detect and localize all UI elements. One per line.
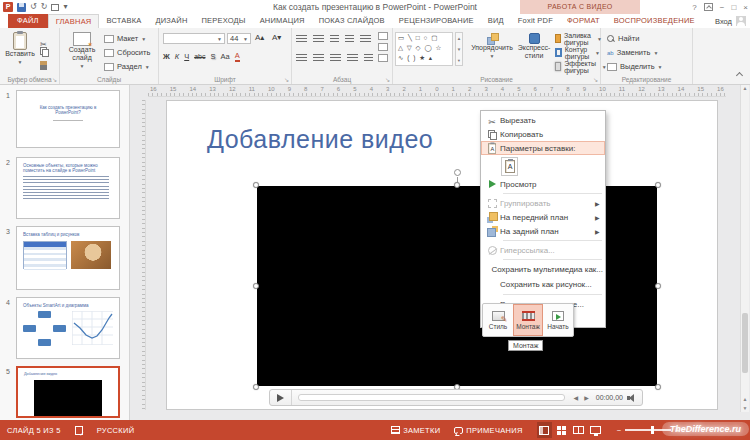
copy-button[interactable]	[40, 47, 48, 56]
menu-item-preview[interactable]: Просмотр	[481, 177, 605, 191]
tab-insert[interactable]: ВСТАВКА	[99, 14, 148, 28]
replace-button[interactable]: ab Заменить▼	[607, 46, 658, 59]
close-icon[interactable]: ×	[743, 3, 748, 12]
shape-effects-button[interactable]: Эффекты фигуры▼	[555, 60, 607, 73]
increase-indent-icon[interactable]	[345, 35, 354, 44]
tab-animation[interactable]: АНИМАЦИЯ	[253, 14, 312, 28]
dialog-launcher-icon[interactable]: ↘	[284, 76, 289, 83]
font-size-combo[interactable]: 44▼	[227, 33, 251, 44]
collapse-ribbon-icon[interactable]	[736, 72, 743, 79]
slideshow-view-button[interactable]	[588, 422, 603, 438]
progress-bar[interactable]	[298, 394, 565, 401]
bold-button[interactable]: Ж	[163, 52, 170, 61]
underline-button[interactable]: Ч	[184, 52, 189, 61]
slide-counter[interactable]: СЛАЙД 5 ИЗ 5	[0, 420, 68, 440]
align-center-icon[interactable]	[313, 54, 324, 63]
decrease-indent-icon[interactable]	[330, 35, 339, 44]
slide-title[interactable]: Добавление видео	[207, 125, 433, 154]
scroll-up-icon[interactable]: ▲	[741, 85, 749, 91]
resize-handle-sw[interactable]	[253, 384, 259, 390]
convert-to-smartart-icon[interactable]	[378, 54, 388, 62]
decrease-font-icon[interactable]: А▾	[271, 33, 282, 42]
redo-icon[interactable]: ↻	[41, 2, 48, 12]
strikethrough-button[interactable]: abc	[194, 53, 205, 60]
minimize-icon[interactable]: −	[720, 3, 725, 12]
undo-icon[interactable]: ↺	[30, 2, 37, 12]
horizontal-ruler[interactable]: 1615141312111098765432101234567891011121…	[148, 85, 726, 97]
ribbon-display-options-icon[interactable]	[704, 3, 713, 11]
paste-keep-text-button[interactable]	[501, 157, 518, 176]
help-icon[interactable]: ?	[692, 3, 696, 12]
video-style-button[interactable]: Стиль	[483, 304, 513, 336]
section-button[interactable]: Раздел▼	[104, 60, 150, 73]
move-forward-frame-icon[interactable]: ▶	[581, 394, 592, 401]
powerpoint-app-icon[interactable]: P	[3, 2, 13, 12]
select-button[interactable]: Выделить▼	[607, 60, 663, 73]
tab-foxit-pdf[interactable]: Foxit PDF	[511, 14, 560, 28]
thumbnail-slide-1[interactable]: Как создать презентацию в PowerPoint?	[16, 90, 120, 148]
next-slide-icon[interactable]: ▼	[741, 405, 749, 411]
align-right-icon[interactable]	[330, 54, 341, 63]
line-spacing-icon[interactable]	[360, 35, 371, 44]
resize-handle-w[interactable]	[253, 283, 259, 289]
columns-icon[interactable]	[364, 54, 373, 63]
shape-outline-button[interactable]: Контур фигуры▼	[555, 46, 600, 59]
vertical-scrollbar[interactable]: ▲ ▲ ▼	[740, 85, 749, 412]
resize-handle-ne[interactable]	[655, 182, 661, 188]
tab-view[interactable]: ВИД	[481, 14, 511, 28]
italic-button[interactable]: К	[175, 52, 179, 61]
font-name-combo[interactable]: ▼	[163, 33, 225, 44]
qat-customize-icon[interactable]: ▾	[63, 2, 67, 12]
move-back-frame-icon[interactable]: ◀	[571, 394, 582, 401]
tab-transitions[interactable]: ПЕРЕХОДЫ	[195, 14, 253, 28]
mute-volume-icon[interactable]	[627, 394, 637, 402]
dialog-launcher-icon[interactable]: ↘	[52, 76, 57, 83]
slide-sorter-view-button[interactable]	[554, 422, 569, 438]
resize-handle-n[interactable]	[454, 182, 460, 188]
menu-item-save-media-as[interactable]: Сохранить мультимедиа как...	[481, 262, 605, 277]
language-button[interactable]: РУССКИЙ	[90, 420, 142, 440]
tab-slideshow[interactable]: ПОКАЗ СЛАЙДОВ	[312, 14, 392, 28]
vertical-ruler[interactable]	[136, 100, 146, 410]
shapes-gallery-scroll[interactable]: ▲▼▾	[455, 32, 463, 66]
align-left-icon[interactable]	[296, 54, 307, 63]
video-trim-button[interactable]: Монтаж	[513, 304, 543, 336]
font-color-button[interactable]: А	[235, 52, 240, 62]
normal-view-button[interactable]	[537, 422, 552, 438]
previous-slide-icon[interactable]: ▲	[741, 396, 749, 402]
sign-in[interactable]: Вход	[715, 14, 750, 28]
change-case-button[interactable]: Aa	[221, 52, 230, 61]
reading-view-button[interactable]	[571, 422, 586, 438]
increase-font-icon[interactable]: А▴	[254, 33, 265, 42]
text-shadow-button[interactable]: S	[211, 52, 216, 61]
bullets-icon[interactable]	[296, 35, 307, 44]
layout-button[interactable]: Макет▼	[104, 32, 146, 45]
tab-home[interactable]: ГЛАВНАЯ	[48, 14, 100, 28]
new-slide-button[interactable]: Создать слайд ▼	[64, 32, 100, 70]
thumbnail-slide-3[interactable]: Вставка таблиц и рисунков	[16, 226, 120, 290]
reset-button[interactable]: Сбросить	[104, 46, 150, 59]
menu-item-send-to-back[interactable]: На задний план ▶	[481, 224, 605, 238]
tab-video-format[interactable]: ФОРМАТ	[560, 14, 607, 28]
justify-icon[interactable]	[347, 54, 358, 63]
zoom-slider-thumb[interactable]	[651, 426, 654, 434]
numbering-icon[interactable]	[313, 35, 324, 44]
zoom-out-icon[interactable]: −	[617, 426, 622, 435]
spell-check-button[interactable]	[68, 420, 90, 440]
save-icon[interactable]	[17, 3, 26, 12]
resize-handle-se[interactable]	[655, 384, 661, 390]
menu-item-paste-options[interactable]: Параметры вставки:	[481, 141, 605, 155]
shapes-gallery[interactable]: ▭ ╲ □ ○ ▢ △ ▽ ◇ ◯ ☆ ∿ ( ) ★ ▴	[395, 32, 453, 66]
video-start-button[interactable]: Начать	[543, 304, 573, 336]
play-button[interactable]	[270, 390, 292, 405]
tab-video-playback[interactable]: ВОСПРОИЗВЕДЕНИЕ	[607, 14, 702, 28]
thumbnail-slide-4[interactable]: Объекты SmartArt и диаграмма	[16, 297, 120, 359]
rotation-handle[interactable]	[454, 169, 461, 176]
scrollbar-thumb[interactable]	[742, 313, 748, 373]
comments-button[interactable]: ПРИМЕЧАНИЯ	[447, 420, 529, 440]
dialog-launcher-icon[interactable]: ↘	[385, 76, 390, 83]
quick-styles-button[interactable]: Экспресс- стили	[515, 33, 553, 60]
tab-design[interactable]: ДИЗАЙН	[149, 14, 195, 28]
thumbnail-slide-2[interactable]: Основные объекты, которые можно поместит…	[16, 157, 120, 219]
paste-button[interactable]: Вставить ▼	[4, 32, 36, 66]
